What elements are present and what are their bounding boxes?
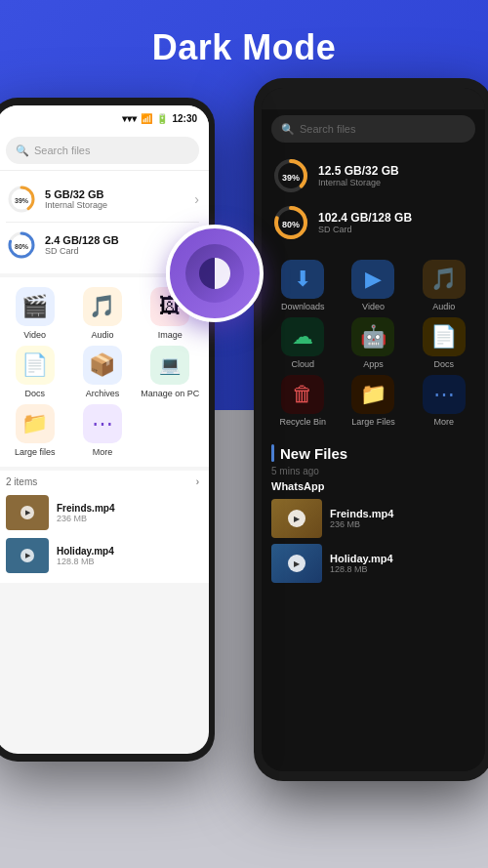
file-info-1: Freinds.mp4 236 MB (57, 503, 199, 523)
right-audio-icon-box: 🎵 (423, 260, 466, 299)
docs-label: Docs (24, 389, 45, 398)
right-search-icon: 🔍 (281, 123, 295, 136)
right-file-info-2: Holiday.mp4 128.8 MB (330, 553, 475, 574)
downloads-icon: ⬇ (294, 267, 311, 292)
right-icons-section: ⬇ Downloads ▶ Video 🎵 Audio (262, 254, 485, 438)
right-icon-apps[interactable]: 🤖 Apps (340, 317, 406, 369)
right-icon-downloads[interactable]: ⬇ Downloads (269, 260, 336, 311)
right-file-info-1: Freinds.mp4 236 MB (330, 508, 475, 529)
purple-badge-inner (185, 244, 244, 303)
left-phone: ▾▾▾ 📶 🔋 12:30 🔍 Search files 39% (0, 98, 215, 762)
right-search-placeholder: Search files (300, 123, 355, 135)
storage-divider (6, 222, 199, 223)
right-docs-label: Docs (434, 359, 455, 369)
right-large-files-icon: 📁 (360, 382, 386, 407)
right-file-size-2: 128.8 MB (330, 564, 475, 574)
audio-label: Audio (91, 330, 113, 340)
left-icon-manage-pc[interactable]: 💻 Manage on PC (140, 346, 201, 398)
manage-pc-icon-box: 💻 (150, 346, 189, 385)
left-file-item-2[interactable]: ▶ Holiday.mp4 128.8 MB (6, 534, 199, 577)
file-size-1: 236 MB (57, 514, 199, 523)
left-icon-audio[interactable]: 🎵 Audio (71, 287, 133, 340)
new-files-bar (271, 444, 274, 462)
signal-icon: ▾▾▾ (122, 113, 137, 124)
right-icon-recycle-bin[interactable]: 🗑 Recycle Bin (269, 375, 336, 427)
large-files-icon-box: 📁 (16, 404, 55, 443)
right-file-item-2[interactable]: ▶ Holiday.mp4 128.8 MB (271, 541, 475, 586)
right-search-box[interactable]: 🔍 Search files (271, 115, 475, 143)
right-phone-screen: 🔍 Search files 39% 12.5 GB/32 GB Interna… (262, 88, 485, 771)
left-icon-docs[interactable]: 📄 Docs (4, 346, 65, 398)
right-internal-label: Internal Storage (318, 178, 475, 187)
files-arrow: › (196, 476, 199, 487)
right-more-label: More (434, 417, 455, 427)
large-files-label: Large files (15, 447, 56, 457)
manage-pc-label: Manage on PC (141, 389, 199, 398)
apps-icon-box: 🤖 (351, 317, 394, 356)
right-icon-large-files[interactable]: 📁 Large Files (340, 375, 406, 427)
right-play-btn-1: ▶ (288, 510, 305, 527)
right-file-thumb-1: ▶ (271, 499, 322, 538)
right-more-icon-box: ⋯ (423, 375, 466, 414)
right-icon-more[interactable]: ⋯ More (411, 375, 477, 427)
right-video-icon-box: ▶ (351, 260, 394, 299)
right-icon-cloud[interactable]: ☁ Cloud (269, 317, 336, 369)
right-docs-icon-box: 📄 (423, 317, 466, 356)
right-sdcard-storage[interactable]: 80% 102.4 GB/128 GB SD Card (271, 199, 475, 246)
right-internal-storage[interactable]: 39% 12.5 GB/32 GB Internal Storage (271, 152, 475, 199)
right-icons-row-1: ⬇ Downloads ▶ Video 🎵 Audio (269, 260, 477, 311)
file-size-2: 128.8 MB (57, 557, 199, 566)
video-label: Video (23, 330, 46, 340)
left-icon-large-files[interactable]: 📁 Large files (4, 404, 65, 457)
left-search-placeholder: Search files (34, 145, 90, 156)
downloads-label: Downloads (281, 302, 325, 311)
right-internal-size: 12.5 GB/32 GB (318, 164, 475, 178)
more-icon: ⋯ (92, 411, 113, 436)
internal-storage-item[interactable]: 39% 5 GB/32 GB Internal Storage › (6, 179, 199, 220)
theme-toggle-icon (195, 254, 234, 293)
right-internal-info: 12.5 GB/32 GB Internal Storage (318, 164, 475, 187)
right-storage-section: 39% 12.5 GB/32 GB Internal Storage 80% (262, 148, 485, 254)
right-internal-ring: 39% (271, 156, 310, 195)
right-more-icon: ⋯ (433, 382, 455, 407)
cloud-icon: ☁ (292, 324, 313, 350)
right-sdcard-label: SD Card (318, 225, 475, 234)
recycle-bin-icon: 🗑 (292, 382, 313, 407)
right-file-item-1[interactable]: ▶ Freinds.mp4 236 MB (271, 496, 475, 541)
right-file-name-2: Holiday.mp4 (330, 553, 475, 564)
manage-pc-icon: 💻 (159, 354, 181, 376)
right-video-icon: ▶ (365, 267, 382, 292)
svg-text:80%: 80% (15, 243, 29, 250)
new-files-title: New Files (280, 445, 347, 462)
page-title: Dark Mode (0, 27, 488, 68)
left-icon-more[interactable]: ⋯ More (71, 404, 133, 457)
cloud-icon-box: ☁ (281, 317, 324, 356)
right-phone: 🔍 Search files 39% 12.5 GB/32 GB Interna… (254, 78, 488, 781)
right-icon-audio[interactable]: 🎵 Audio (411, 260, 477, 311)
time-display: 12:30 (172, 113, 197, 124)
right-play-btn-2: ▶ (288, 555, 305, 572)
right-icon-video[interactable]: ▶ Video (340, 260, 406, 311)
right-file-size-1: 236 MB (330, 519, 475, 529)
left-icon-archives[interactable]: 📦 Archives (71, 346, 133, 398)
left-file-item-1[interactable]: ▶ Freinds.mp4 236 MB (6, 491, 199, 534)
right-video-label: Video (362, 302, 385, 311)
right-large-files-label: Large Files (351, 417, 395, 427)
left-search-box[interactable]: 🔍 Search files (6, 137, 199, 164)
right-sdcard-info: 102.4 GB/128 GB SD Card (318, 211, 475, 234)
sdcard-storage-info: 2.4 GB/128 GB SD Card (45, 234, 186, 256)
more-label: More (93, 447, 113, 457)
right-audio-label: Audio (432, 302, 455, 311)
right-search-area: 🔍 Search files (262, 109, 485, 148)
left-icon-video[interactable]: 🎬 Video (4, 287, 65, 340)
apps-icon: 🤖 (360, 324, 386, 350)
right-file-name-1: Freinds.mp4 (330, 508, 475, 519)
right-sdcard-size: 102.4 GB/128 GB (318, 211, 475, 225)
right-docs-icon: 📄 (430, 324, 457, 350)
docs-icon-box: 📄 (16, 346, 55, 385)
left-phone-screen: ▾▾▾ 📶 🔋 12:30 🔍 Search files 39% (0, 105, 209, 754)
internal-storage-info: 5 GB/32 GB Internal Storage (45, 188, 186, 210)
new-files-section: New Files 5 mins ago WhatsApp ▶ Freinds.… (262, 438, 485, 590)
sdcard-storage-size: 2.4 GB/128 GB (45, 234, 186, 246)
right-icon-docs[interactable]: 📄 Docs (411, 317, 477, 369)
